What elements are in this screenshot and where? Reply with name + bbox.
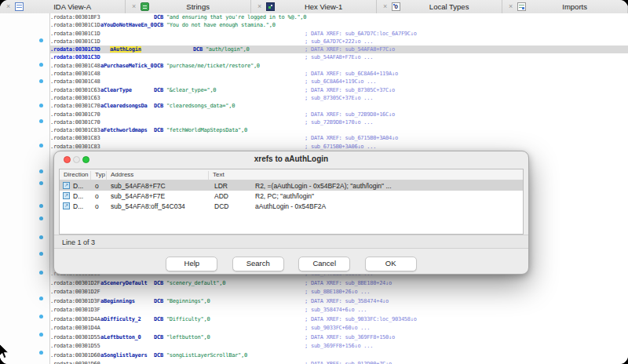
column-divider[interactable] bbox=[208, 171, 209, 180]
asm-xref-comment[interactable]: ; sub_8BE180+26↓o ... bbox=[305, 288, 370, 297]
asm-name[interactable]: aClearedsongsDa bbox=[100, 103, 147, 109]
tab[interactable]: × Imports bbox=[502, 0, 628, 13]
asm-name[interactable]: aSceneryDefault bbox=[100, 280, 147, 286]
asm-xref-comment[interactable]: ; sub_6715B0+3A06↓o ... bbox=[305, 143, 376, 151]
asm-name[interactable]: aPurchaseMeTick_0 bbox=[100, 63, 153, 69]
asm-name[interactable]: aAuthLogin bbox=[110, 46, 141, 53]
asm-line[interactable]: .rodata:00301C83; sub_6715B0+3A06↓o ... bbox=[50, 143, 628, 151]
asm-line[interactable]: .rodata:00301D3F; sub_358474+6↓o ... bbox=[50, 306, 628, 315]
asm-xref-comment[interactable]: ; DATA XREF: sub_72B9D8+16C↓o bbox=[305, 111, 395, 118]
asm-xref-comment[interactable]: ; sub_9033FC+60↓o ... bbox=[305, 324, 370, 333]
asm-address: .rodata:00301C1D bbox=[50, 38, 100, 46]
tab-close-icon[interactable]: × bbox=[6, 3, 10, 10]
asm-line[interactable]: .rodata:00301C3DaAuthLoginDCB"auth/login… bbox=[50, 46, 628, 53]
tab[interactable]: × Strings bbox=[126, 0, 251, 13]
asm-string: "songListLayerScrollBar",0 bbox=[166, 352, 247, 359]
dialog-button[interactable]: Search bbox=[232, 257, 284, 271]
asm-line[interactable]: .rodata:00301D60; DATA XREF: sub_912D00+… bbox=[50, 360, 628, 364]
asm-address: .rodata:00301D3F bbox=[50, 306, 100, 315]
asm-xref-comment[interactable]: ; sub_72B9D8+170↓o ... bbox=[305, 118, 373, 126]
asm-name[interactable]: aClearType bbox=[100, 87, 132, 93]
asm-directive: DCB bbox=[154, 63, 163, 69]
asm-name[interactable]: aLeftbutton_0 bbox=[100, 334, 141, 340]
asm-line[interactable]: .rodata:00301C83; DATA XREF: sub_6715B0+… bbox=[50, 134, 628, 142]
asm-xref-comment[interactable]: ; DATA XREF: sub_6715B0+3A04↓o bbox=[305, 134, 398, 142]
asm-line[interactable]: .rodata:00301C70aClearedsongsDaDCB"clear… bbox=[50, 102, 628, 110]
asm-xref-comment[interactable]: ; DATA XREF: sub_369FF8+150↓o bbox=[305, 333, 395, 343]
asm-line[interactable]: .rodata:00301C63; sub_87305C+37E↓o ... bbox=[50, 94, 628, 102]
asm-xref-comment[interactable]: ; DATA XREF: sub_912D00+7C↓o bbox=[305, 360, 392, 364]
dialog-titlebar[interactable]: xrefs to aAuthLogin bbox=[54, 151, 528, 168]
asm-line[interactable]: .rodata:00301C48; sub_6C8A64+119C↓o ... bbox=[50, 78, 628, 86]
dialog-button[interactable]: Cancel bbox=[298, 257, 350, 271]
asm-line[interactable]: .rodata:00301D2FaSceneryDefaultDCB"scene… bbox=[50, 279, 628, 289]
column-direction[interactable]: Direction bbox=[64, 171, 89, 178]
asm-xref-comment[interactable]: ; DATA XREF: sub_8BE180+24↓o bbox=[305, 279, 392, 289]
asm-line[interactable]: .rodata:00301BF3DCB"and ensuring that yo… bbox=[50, 13, 628, 21]
asm-xref-comment[interactable]: ; sub_358474+6↓o ... bbox=[305, 306, 367, 315]
asm-directive: DCB bbox=[154, 352, 163, 359]
tab-close-icon[interactable]: × bbox=[132, 3, 136, 10]
dialog-button[interactable]: OK bbox=[365, 257, 417, 271]
asm-xref-comment[interactable]: ; DATA XREF: sub_87305C+37C↓o bbox=[305, 86, 395, 94]
asm-string: "&clear_type=",0 bbox=[166, 87, 216, 93]
tab[interactable]: × Local Types bbox=[377, 0, 502, 13]
asm-xref-comment[interactable]: ; sub_369FF8+156↓o ... bbox=[305, 342, 373, 351]
asm-line[interactable]: .rodata:00301C1DaYouDoNotHaveEn_0DCB"You… bbox=[50, 21, 628, 29]
xref-row[interactable]: ↗ D... o sub_54AFA8+F7C LDR R2, =(aAuthL… bbox=[60, 180, 523, 191]
asm-xref-comment[interactable]: ; DATA XREF: sub_6A7D7C:loc_6A7F9C↓o bbox=[305, 30, 417, 38]
asm-address: .rodata:00301D55 bbox=[50, 342, 100, 351]
asm-line[interactable]: .rodata:00301C63aClearTypeDCB"&clear_typ… bbox=[50, 86, 628, 94]
xref-direction-icon: ↗ bbox=[63, 202, 70, 209]
asm-line[interactable]: .rodata:00301D4AaDifficulty_2DCB"Difficu… bbox=[50, 315, 628, 325]
ida-window: × IDA View-A × Strings × Hex View-1 × Lo… bbox=[0, 0, 628, 364]
tab[interactable]: × IDA View-A bbox=[0, 0, 126, 13]
asm-line[interactable]: .rodata:00301C70; sub_72B9D8+170↓o ... bbox=[50, 118, 628, 126]
xref-row[interactable]: ↗ D... o sub_54AFA8+F7E ADD R2, PC; "aut… bbox=[60, 191, 523, 201]
asm-line[interactable]: .rodata:00301C48aPurchaseMeTick_0DCB"pur… bbox=[50, 62, 628, 70]
listing-bottom: .rodata:00301D05; sub_747B80+338↓o ... .… bbox=[50, 270, 628, 364]
tab-close-icon[interactable]: × bbox=[383, 3, 387, 10]
asm-name[interactable]: aFetchworldmaps bbox=[100, 127, 147, 133]
asm-xref-comment[interactable]: ; sub_87305C+37E↓o ... bbox=[305, 94, 373, 102]
asm-line[interactable]: .rodata:00301C48; DATA XREF: sub_6C8A64+… bbox=[50, 70, 628, 78]
column-type[interactable]: Typ bbox=[95, 171, 105, 178]
asm-string: "and ensuring that you're logged in to %… bbox=[166, 14, 306, 20]
asm-xref-comment[interactable]: ; sub_6C8A64+119C↓o ... bbox=[305, 78, 376, 86]
column-text[interactable]: Text bbox=[213, 171, 225, 178]
tab-close-icon[interactable]: × bbox=[509, 3, 513, 10]
close-traffic-button[interactable] bbox=[64, 156, 71, 163]
column-address[interactable]: Address bbox=[111, 171, 133, 178]
zoom-traffic-button[interactable] bbox=[82, 156, 89, 163]
tab[interactable]: × Hex View-1 bbox=[251, 0, 377, 13]
column-divider[interactable] bbox=[106, 171, 107, 180]
asm-name[interactable]: aSonglistlayers bbox=[100, 352, 147, 359]
xref-row[interactable]: ↗ D... o sub_54AFA8:off_54C034 DCD aAuth… bbox=[60, 201, 523, 211]
asm-xref-comment[interactable]: ; DATA XREF: sub_54AFA8+F7C↓o bbox=[305, 46, 395, 53]
column-divider[interactable] bbox=[90, 171, 91, 180]
asm-line[interactable]: .rodata:00301D3FaBeginningsDCB"Beginning… bbox=[50, 297, 628, 307]
asm-line[interactable]: .rodata:00301C1D; DATA XREF: sub_6A7D7C:… bbox=[50, 30, 628, 38]
tab-close-icon[interactable]: × bbox=[257, 3, 261, 10]
asm-name[interactable]: aDifficulty_2 bbox=[100, 316, 141, 322]
tab-label: Local Types bbox=[400, 2, 498, 11]
asm-xref-comment[interactable]: ; DATA XREF: sub_358474+4↓o bbox=[305, 297, 389, 307]
asm-line[interactable]: .rodata:00301C1D; sub_6A7D7C+222↓o ... bbox=[50, 38, 628, 46]
asm-xref-comment[interactable]: ; sub_6A7D7C+222↓o ... bbox=[305, 38, 373, 46]
asm-xref-comment[interactable]: ; DATA XREF: sub_9033FC:loc_903458↓o bbox=[305, 315, 417, 325]
asm-xref-comment[interactable]: ; sub_54AFA8+F7E↓o ... bbox=[305, 53, 373, 61]
asm-line[interactable]: .rodata:00301C70; DATA XREF: sub_72B9D8+… bbox=[50, 111, 628, 118]
asm-line[interactable]: .rodata:00301C83aFetchworldmapsDCB"fetch… bbox=[50, 126, 628, 134]
asm-name[interactable]: aBeginnings bbox=[100, 298, 135, 304]
xref-table-header[interactable]: Direction Typ Address Text bbox=[60, 169, 523, 180]
dialog-button[interactable]: Help bbox=[166, 257, 217, 271]
asm-xref-comment[interactable]: ; DATA XREF: sub_6C8A64+119A↓o bbox=[305, 70, 398, 78]
asm-name[interactable]: aYouDoNotHaveEn_0 bbox=[100, 22, 153, 28]
xref-address: sub_54AFA8+F7E bbox=[111, 192, 165, 200]
asm-line[interactable]: .rodata:00301D4A; sub_9033FC+60↓o ... bbox=[50, 324, 628, 333]
asm-line[interactable]: .rodata:00301D55; sub_369FF8+156↓o ... bbox=[50, 342, 628, 351]
asm-line[interactable]: .rodata:00301D2F; sub_8BE180+26↓o ... bbox=[50, 288, 628, 297]
asm-line[interactable]: .rodata:00301D60aSonglistlayersDCB"songL… bbox=[50, 351, 628, 361]
asm-line[interactable]: .rodata:00301D55aLeftbutton_0DCB"leftbut… bbox=[50, 333, 628, 343]
asm-line[interactable]: .rodata:00301C3D; sub_54AFA8+F7E↓o ... bbox=[50, 53, 628, 61]
